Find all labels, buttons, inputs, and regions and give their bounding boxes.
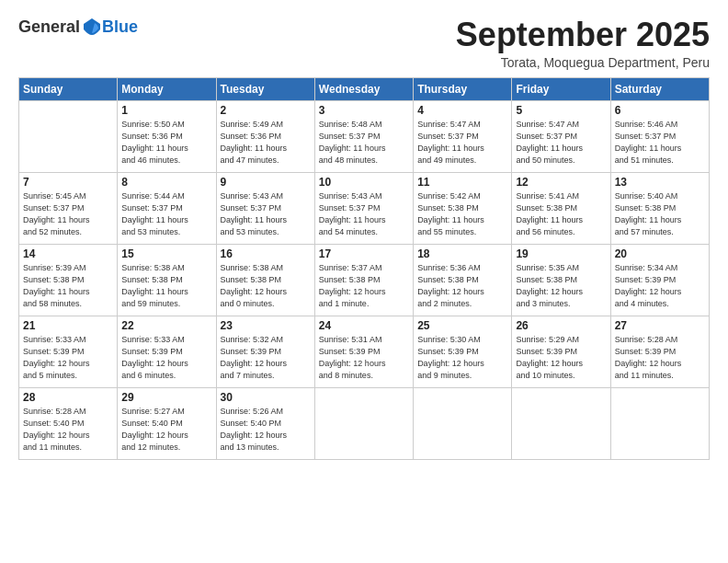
- day-info: Sunrise: 5:39 AMSunset: 5:38 PMDaylight:…: [23, 262, 113, 310]
- day-detail-line: and 57 minutes.: [615, 226, 705, 238]
- day-info: Sunrise: 5:31 AMSunset: 5:39 PMDaylight:…: [319, 334, 409, 382]
- day-number: 11: [417, 176, 507, 189]
- day-detail-line: and 12 minutes.: [121, 442, 211, 454]
- day-info: Sunrise: 5:47 AMSunset: 5:37 PMDaylight:…: [417, 119, 507, 167]
- day-number: 25: [417, 319, 507, 332]
- day-number: 12: [516, 176, 606, 189]
- day-number: 7: [23, 176, 113, 189]
- table-row: 20Sunrise: 5:34 AMSunset: 5:39 PMDayligh…: [610, 244, 709, 316]
- col-sunday: Sunday: [19, 77, 118, 100]
- table-row: 30Sunrise: 5:26 AMSunset: 5:40 PMDayligh…: [216, 387, 314, 459]
- col-monday: Monday: [118, 77, 216, 100]
- day-detail-line: Daylight: 12 hours: [319, 286, 409, 298]
- day-info: Sunrise: 5:34 AMSunset: 5:39 PMDaylight:…: [615, 262, 705, 310]
- day-info: Sunrise: 5:33 AMSunset: 5:39 PMDaylight:…: [121, 334, 211, 382]
- table-row: 27Sunrise: 5:28 AMSunset: 5:39 PMDayligh…: [610, 316, 709, 387]
- day-detail-line: and 0 minutes.: [221, 298, 311, 310]
- table-row: 15Sunrise: 5:38 AMSunset: 5:38 PMDayligh…: [118, 244, 216, 316]
- day-info: Sunrise: 5:43 AMSunset: 5:37 PMDaylight:…: [319, 190, 409, 238]
- day-detail-line: and 54 minutes.: [319, 226, 409, 238]
- day-detail-line: Sunset: 5:39 PM: [221, 346, 311, 358]
- day-detail-line: Sunset: 5:38 PM: [516, 202, 606, 214]
- table-row: 7Sunrise: 5:45 AMSunset: 5:37 PMDaylight…: [19, 172, 118, 244]
- day-detail-line: Sunrise: 5:44 AM: [121, 190, 211, 202]
- day-detail-line: Daylight: 12 hours: [121, 358, 211, 370]
- day-detail-line: Sunrise: 5:35 AM: [516, 262, 606, 274]
- day-detail-line: Sunrise: 5:38 AM: [121, 262, 211, 274]
- table-row: 8Sunrise: 5:44 AMSunset: 5:37 PMDaylight…: [118, 172, 216, 244]
- table-row: 3Sunrise: 5:48 AMSunset: 5:37 PMDaylight…: [314, 100, 413, 172]
- day-info: Sunrise: 5:44 AMSunset: 5:37 PMDaylight:…: [121, 190, 211, 238]
- day-info: Sunrise: 5:26 AMSunset: 5:40 PMDaylight:…: [221, 406, 311, 454]
- day-detail-line: Daylight: 11 hours: [516, 143, 606, 155]
- day-info: Sunrise: 5:45 AMSunset: 5:37 PMDaylight:…: [23, 190, 113, 238]
- day-detail-line: Sunrise: 5:46 AM: [615, 119, 705, 131]
- table-row: 29Sunrise: 5:27 AMSunset: 5:40 PMDayligh…: [118, 387, 216, 459]
- day-detail-line: Daylight: 12 hours: [221, 430, 311, 442]
- day-detail-line: Sunset: 5:40 PM: [221, 418, 311, 430]
- day-detail-line: Daylight: 12 hours: [516, 286, 606, 298]
- table-row: 22Sunrise: 5:33 AMSunset: 5:39 PMDayligh…: [118, 316, 216, 387]
- day-detail-line: Sunrise: 5:48 AM: [319, 119, 409, 131]
- table-row: 6Sunrise: 5:46 AMSunset: 5:37 PMDaylight…: [610, 100, 709, 172]
- day-number: 4: [417, 104, 507, 117]
- day-detail-line: and 3 minutes.: [516, 298, 606, 310]
- day-detail-line: Sunset: 5:39 PM: [615, 346, 705, 358]
- day-detail-line: Sunset: 5:39 PM: [23, 346, 113, 358]
- day-number: 19: [516, 247, 606, 260]
- calendar-week-row: 21Sunrise: 5:33 AMSunset: 5:39 PMDayligh…: [19, 316, 710, 387]
- logo-icon: [82, 17, 102, 37]
- day-detail-line: and 13 minutes.: [221, 442, 311, 454]
- day-detail-line: Sunrise: 5:32 AM: [221, 334, 311, 346]
- day-detail-line: and 52 minutes.: [23, 226, 113, 238]
- day-number: 8: [121, 176, 211, 189]
- day-number: 16: [221, 247, 311, 260]
- day-detail-line: Sunrise: 5:42 AM: [417, 190, 507, 202]
- day-info: Sunrise: 5:46 AMSunset: 5:37 PMDaylight:…: [615, 119, 705, 167]
- table-row: [610, 387, 709, 459]
- table-row: 13Sunrise: 5:40 AMSunset: 5:38 PMDayligh…: [610, 172, 709, 244]
- day-info: Sunrise: 5:43 AMSunset: 5:37 PMDaylight:…: [221, 190, 311, 238]
- day-detail-line: Daylight: 11 hours: [417, 214, 507, 226]
- day-detail-line: Sunset: 5:38 PM: [319, 274, 409, 286]
- day-detail-line: Sunrise: 5:43 AM: [319, 190, 409, 202]
- day-detail-line: Sunrise: 5:40 AM: [615, 190, 705, 202]
- calendar-week-row: 28Sunrise: 5:28 AMSunset: 5:40 PMDayligh…: [19, 387, 710, 459]
- day-detail-line: Daylight: 11 hours: [121, 286, 211, 298]
- day-info: Sunrise: 5:38 AMSunset: 5:38 PMDaylight:…: [221, 262, 311, 310]
- day-info: Sunrise: 5:37 AMSunset: 5:38 PMDaylight:…: [319, 262, 409, 310]
- table-row: 21Sunrise: 5:33 AMSunset: 5:39 PMDayligh…: [19, 316, 118, 387]
- table-row: 14Sunrise: 5:39 AMSunset: 5:38 PMDayligh…: [19, 244, 118, 316]
- day-detail-line: Sunset: 5:39 PM: [121, 346, 211, 358]
- day-number: 18: [417, 247, 507, 260]
- calendar-week-row: 1Sunrise: 5:50 AMSunset: 5:36 PMDaylight…: [19, 100, 710, 172]
- day-detail-line: Sunrise: 5:28 AM: [615, 334, 705, 346]
- day-detail-line: and 11 minutes.: [23, 442, 113, 454]
- day-detail-line: Sunrise: 5:47 AM: [516, 119, 606, 131]
- day-number: 28: [23, 391, 113, 404]
- day-detail-line: Sunrise: 5:27 AM: [121, 406, 211, 418]
- day-number: 27: [615, 319, 705, 332]
- day-detail-line: and 49 minutes.: [417, 155, 507, 167]
- day-detail-line: Sunset: 5:37 PM: [23, 202, 113, 214]
- table-row: 4Sunrise: 5:47 AMSunset: 5:37 PMDaylight…: [414, 100, 512, 172]
- day-detail-line: Sunset: 5:38 PM: [417, 202, 507, 214]
- table-row: 19Sunrise: 5:35 AMSunset: 5:38 PMDayligh…: [512, 244, 610, 316]
- day-detail-line: and 51 minutes.: [615, 155, 705, 167]
- day-number: 20: [615, 247, 705, 260]
- day-number: 30: [221, 391, 311, 404]
- table-row: 26Sunrise: 5:29 AMSunset: 5:39 PMDayligh…: [512, 316, 610, 387]
- day-number: 10: [319, 176, 409, 189]
- day-detail-line: Sunset: 5:37 PM: [319, 202, 409, 214]
- day-detail-line: Sunrise: 5:33 AM: [121, 334, 211, 346]
- day-info: Sunrise: 5:28 AMSunset: 5:39 PMDaylight:…: [615, 334, 705, 382]
- day-detail-line: Sunrise: 5:45 AM: [23, 190, 113, 202]
- day-info: Sunrise: 5:50 AMSunset: 5:36 PMDaylight:…: [121, 119, 211, 167]
- table-row: 24Sunrise: 5:31 AMSunset: 5:39 PMDayligh…: [314, 316, 413, 387]
- day-detail-line: Sunrise: 5:49 AM: [221, 119, 311, 131]
- day-detail-line: Daylight: 11 hours: [319, 143, 409, 155]
- day-detail-line: and 59 minutes.: [121, 298, 211, 310]
- calendar-header-row: Sunday Monday Tuesday Wednesday Thursday…: [19, 77, 710, 100]
- col-wednesday: Wednesday: [314, 77, 413, 100]
- day-detail-line: Sunrise: 5:50 AM: [121, 119, 211, 131]
